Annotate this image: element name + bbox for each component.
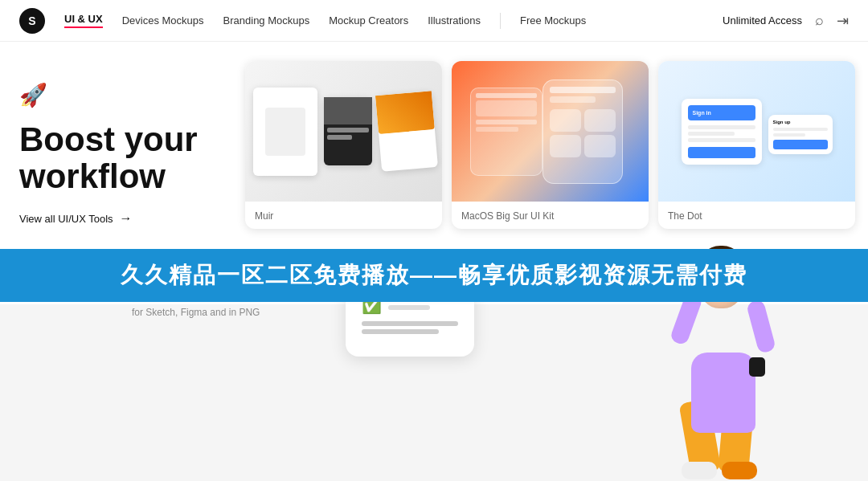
- card-muir-label: Muir: [255, 210, 273, 222]
- card-macos-label: MacOS Big Sur UI Kit: [461, 210, 554, 222]
- nav-link-branding[interactable]: Branding Mockups: [223, 14, 310, 26]
- muir-screen-1: [253, 88, 317, 176]
- character-body: [691, 353, 755, 433]
- card-macos[interactable]: MacOS Big Sur UI Kit: [452, 61, 649, 229]
- rocket-icon: 🚀: [19, 82, 198, 108]
- nav-right: Unlimited Access ⌕ ⇥: [723, 12, 849, 30]
- nav-link-devices[interactable]: Devices Mockups: [122, 14, 204, 26]
- cards-grid: Muir: [232, 51, 868, 238]
- check-row-2: [362, 321, 458, 337]
- nav-link-illustrations[interactable]: Illustrations: [428, 14, 481, 26]
- nav-links: UI & UX Devices Mockups Branding Mockups…: [64, 13, 723, 29]
- unlimited-access-button[interactable]: Unlimited Access: [723, 14, 802, 26]
- site-logo[interactable]: S: [19, 8, 45, 34]
- card-dot[interactable]: Sign in Sign up: [658, 61, 855, 229]
- card-muir-image: [245, 61, 442, 202]
- nav-link-creators[interactable]: Mockup Creators: [329, 14, 408, 26]
- hero-title: Boost your workflow: [19, 121, 198, 195]
- muir-screen-2: [324, 97, 372, 165]
- login-icon[interactable]: ⇥: [837, 12, 849, 30]
- character-watch: [749, 357, 765, 377]
- view-all-cta[interactable]: View all UI/UX Tools →: [19, 211, 198, 226]
- card-dot-image: Sign in Sign up: [658, 61, 855, 202]
- character-right-arm: [746, 299, 776, 353]
- promotional-banner[interactable]: 久久精品一区二区免费播放——畅享优质影视资源无需付费: [0, 249, 868, 302]
- banner-text: 久久精品一区二区免费播放——畅享优质影视资源无需付费: [121, 263, 747, 287]
- check-line-3: [362, 329, 439, 334]
- card-macos-image: [452, 61, 649, 202]
- navbar: S UI & UX Devices Mockups Branding Mocku…: [0, 0, 868, 42]
- cta-arrow-icon: →: [120, 211, 133, 226]
- check-line-group-2: [362, 321, 458, 337]
- check-line-2: [362, 321, 458, 326]
- hero-section: 🚀 Boost your workflow View all UI/UX Too…: [0, 42, 868, 481]
- check-line-short: [388, 305, 430, 310]
- card-muir[interactable]: Muir: [245, 61, 442, 229]
- nav-link-ui-ux[interactable]: UI & UX: [64, 13, 103, 28]
- search-icon[interactable]: ⌕: [815, 12, 824, 29]
- nav-divider: [500, 13, 501, 29]
- nav-link-free[interactable]: Free Mockups: [520, 14, 586, 26]
- muir-screen-3: [375, 91, 437, 172]
- presentation-subtitle: for Sketch, Figma and in PNG: [132, 307, 264, 318]
- hero-text-block: 🚀 Boost your workflow View all UI/UX Too…: [19, 82, 198, 226]
- character-left-shoe: [682, 462, 717, 479]
- card-dot-label: The Dot: [668, 210, 702, 222]
- character-right-shoe: [722, 462, 757, 479]
